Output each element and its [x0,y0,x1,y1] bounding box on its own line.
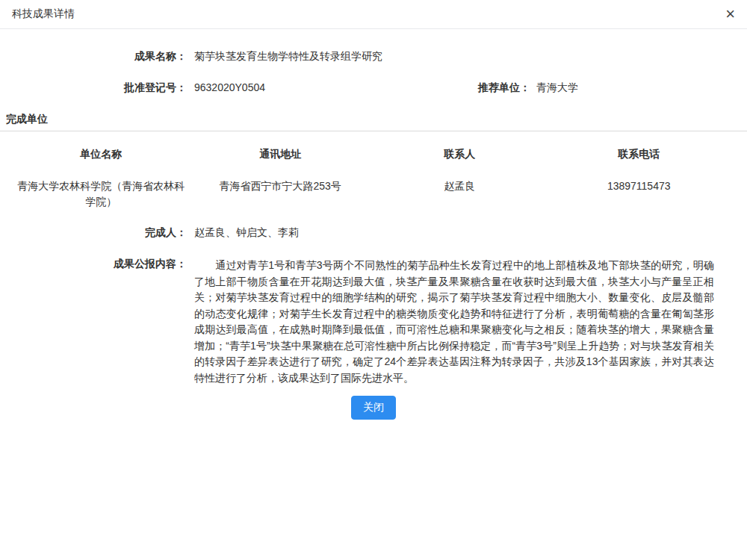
unit-contact-cell: 赵孟良 [374,161,545,210]
close-icon[interactable]: × [725,6,735,22]
achievement-detail-modal: 科技成果详情 × 成果名称： 菊芋块茎发育生物学特性及转录组学研究 批准登记号：… [0,0,747,560]
unit-name-cell: 青海大学农林科学院（青海省农林科学院） [15,161,187,210]
registration-label: 批准登记号： [0,81,187,95]
recommend-unit-value: 青海大学 [530,81,578,95]
bulletin-content: 通过对青芋1号和青芋3号两个不同熟性的菊芋品种生长发育过程中的地上部植株及地下部… [187,258,714,386]
recommend-group: 推荐单位： 青海大学 [478,81,747,95]
completers-value: 赵孟良、钟启文、李莉 [187,226,299,240]
footer-button-row: 关闭 [0,396,747,420]
achievement-name-value: 菊芋块茎发育生物学特性及转录组学研究 [187,50,382,63]
unit-phone-cell: 13897115473 [545,161,732,210]
bulletin-row: 成果公报内容： 通过对青芋1号和青芋3号两个不同熟性的菊芋品种生长发育过程中的地… [0,258,747,386]
modal-title: 科技成果详情 [12,7,75,21]
bulletin-label: 成果公报内容： [0,258,187,386]
units-section-title: 完成单位 [0,113,747,131]
achievement-name-label: 成果名称： [0,50,187,63]
registration-value: 9632020Y0504 [187,81,265,95]
modal-header: 科技成果详情 × [0,0,747,29]
registration-row: 批准登记号： 9632020Y0504 推荐单位： 青海大学 [0,81,747,95]
unit-phone-header: 联系电话 [545,148,732,161]
unit-address-cell: 青海省西宁市宁大路253号 [187,161,374,210]
units-table-header-row: 单位名称 通讯地址 联系人 联系电话 [15,148,732,161]
units-table: 单位名称 通讯地址 联系人 联系电话 青海大学农林科学院（青海省农林科学院） 青… [15,148,732,210]
unit-name-header: 单位名称 [15,148,187,161]
unit-contact-header: 联系人 [374,148,545,161]
registration-group: 批准登记号： 9632020Y0504 [0,81,478,95]
close-button[interactable]: 关闭 [351,396,396,420]
achievement-name-row: 成果名称： 菊芋块茎发育生物学特性及转录组学研究 [0,50,747,63]
table-row: 青海大学农林科学院（青海省农林科学院） 青海省西宁市宁大路253号 赵孟良 13… [15,161,732,210]
completers-label: 完成人： [0,226,187,240]
modal-body: 成果名称： 菊芋块茎发育生物学特性及转录组学研究 批准登记号： 9632020Y… [0,29,747,420]
recommend-unit-label: 推荐单位： [478,81,530,95]
completers-row: 完成人： 赵孟良、钟启文、李莉 [0,226,747,240]
unit-address-header: 通讯地址 [187,148,374,161]
